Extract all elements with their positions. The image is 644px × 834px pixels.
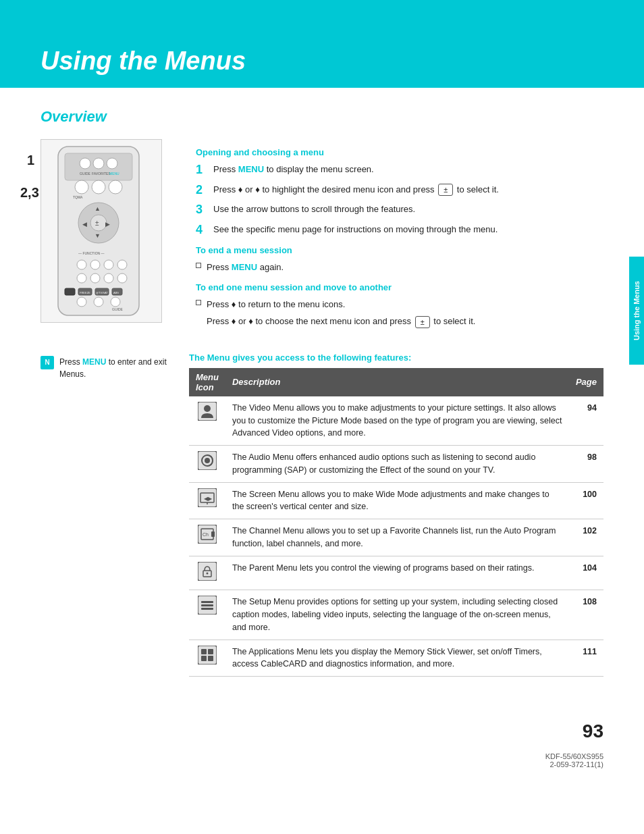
svg-text:FREEZE: FREEZE [80,291,90,294]
icon-cell-2: ◀▶ [189,482,225,519]
menu-word: MENU [238,164,264,174]
table-container: The Menu gives you access to the followi… [189,346,603,677]
table-row: ◀▶The Screen Menu allows you to make Wid… [189,482,603,519]
footer: KDF-55/60XS955 2-059-372-11(1) [0,749,644,772]
table-row: ChThe Channel Menu allows you to set up … [189,519,603,556]
col-description: Description [225,368,569,396]
svg-point-54 [206,572,208,574]
svg-point-24 [77,273,86,283]
icon-cell-1 [189,446,225,483]
sidebar-tab-label: Using the Menus [633,281,641,340]
svg-rect-52 [198,562,217,581]
sidebar-tab: Using the Menus [629,257,644,365]
page-cell-4: 104 [569,556,603,590]
section-move-heading: To end one menu session and move to anot… [196,282,603,292]
svg-point-25 [90,273,100,283]
header-banner: Using the Menus [0,0,644,88]
svg-text:@TV/SAT: @TV/SAT [96,291,108,294]
note-text: Press MENU to enter and exit Menus. [59,356,176,380]
svg-point-9 [92,180,105,194]
svg-rect-57 [201,604,213,606]
label-23: 2,3 [20,185,39,201]
svg-text:FAVORITES: FAVORITES [92,172,111,176]
svg-point-43 [205,458,210,463]
overview-heading: Overview [41,108,603,126]
svg-text:±: ± [95,219,99,227]
svg-text:GUIDE: GUIDE [112,307,124,311]
page-cell-1: 98 [569,446,603,483]
icon-cell-4 [189,556,225,590]
svg-point-8 [75,180,88,194]
move-session-bullet-1: Press ♦ to return to the menu icons. [196,298,603,311]
desc-cell-1: The Audio Menu offers enhanced audio opt… [225,446,569,483]
step-1-text: Press MENU to display the menu screen. [213,163,374,176]
table-row: The Applications Menu lets you display t… [189,640,603,677]
end-session-text: Press MENU again. [207,261,284,274]
step-2: 2 Press ♦ or ♦ to highlight the desired … [196,183,603,198]
move-session-bullet-2: Press ♦ or ♦ to choose the next menu ico… [196,315,603,328]
table-row: The Setup Menu provides options for sett… [189,590,603,640]
svg-rect-58 [201,608,213,610]
page-cell-5: 108 [569,590,603,640]
icon-cell-3: Ch [189,519,225,556]
svg-rect-28 [65,288,75,295]
step-4-number: 4 [196,223,208,238]
svg-point-26 [104,273,113,283]
select-btn-symbol: ± [438,184,453,196]
col-page: Page [569,368,603,396]
label-1: 1 [27,153,34,168]
page-cell-0: 94 [569,396,603,446]
menu-word-note: MENU [82,357,106,367]
svg-point-10 [109,180,122,194]
step-3-number: 3 [196,203,208,217]
step-3: 3 Use the arrow buttons to scroll throug… [196,203,603,217]
svg-point-35 [77,297,86,307]
table-row: The Audio Menu offers enhanced audio opt… [189,446,603,483]
svg-point-22 [104,260,113,269]
footer-text: KDF-55/60XS955 2-059-372-11(1) [545,752,603,768]
icon-cell-5 [189,590,225,640]
instructions: Opening and choosing a menu 1 Press MENU… [196,139,603,332]
svg-point-2 [80,158,90,169]
svg-point-37 [111,297,120,307]
svg-text:◀: ◀ [82,221,87,228]
bottom-note: N Press MENU to enter and exit Menus. [41,356,176,380]
desc-cell-2: The Screen Menu allows you to make Wide … [225,482,569,519]
svg-point-27 [117,273,127,283]
svg-text:▶: ▶ [105,221,110,228]
page-cell-3: 102 [569,519,603,556]
svg-text:GUIDE: GUIDE [80,172,91,176]
svg-text:TQMA: TQMA [73,195,83,199]
step-1: 1 Press MENU to display the menu screen. [196,163,603,178]
remote-area: 1 2,3 GUIDE FAVORITES MENU [41,139,176,332]
step-4: 4 See the specific menu page for instruc… [196,223,603,238]
step-3-text: Use the arrow buttons to scroll through … [213,203,415,216]
icon-cell-6 [189,640,225,677]
desc-cell-4: The Parent Menu lets you control the vie… [225,556,569,590]
svg-point-3 [93,158,104,169]
svg-text:Ch: Ch [203,532,209,537]
svg-point-4 [107,158,117,169]
svg-text:ABS: ABS [113,291,119,294]
step-4-text: See the specific menu page for instructi… [213,223,498,236]
menu-features-heading: The Menu gives you access to the followi… [189,353,603,363]
desc-cell-5: The Setup Menu provides options for sett… [225,590,569,640]
svg-point-21 [90,260,100,269]
svg-rect-61 [208,649,213,654]
desc-cell-3: The Channel Menu allows you to set up a … [225,519,569,556]
step-2-number: 2 [196,183,208,198]
desc-cell-0: The Video Menu allows you to make adjust… [225,396,569,446]
svg-text:▲: ▲ [95,205,101,212]
svg-text:▼: ▼ [95,232,101,239]
col-icon: Menu Icon [189,368,225,396]
step-list: 1 Press MENU to display the menu screen.… [196,163,603,237]
svg-point-36 [94,297,103,307]
svg-rect-51 [211,531,215,537]
svg-text:MENU: MENU [109,172,119,176]
main-content: Overview 1 2,3 GUIDE FAVOR [0,88,644,707]
move-session-text-1: Press ♦ to return to the menu icons. [207,298,345,311]
menu-word-2: MENU [232,262,257,272]
bullet-square-1 [196,263,201,268]
content-top: 1 2,3 GUIDE FAVORITES MENU [41,139,603,332]
remote-image: GUIDE FAVORITES MENU TQMA ± ▲ ▼ [41,139,162,323]
